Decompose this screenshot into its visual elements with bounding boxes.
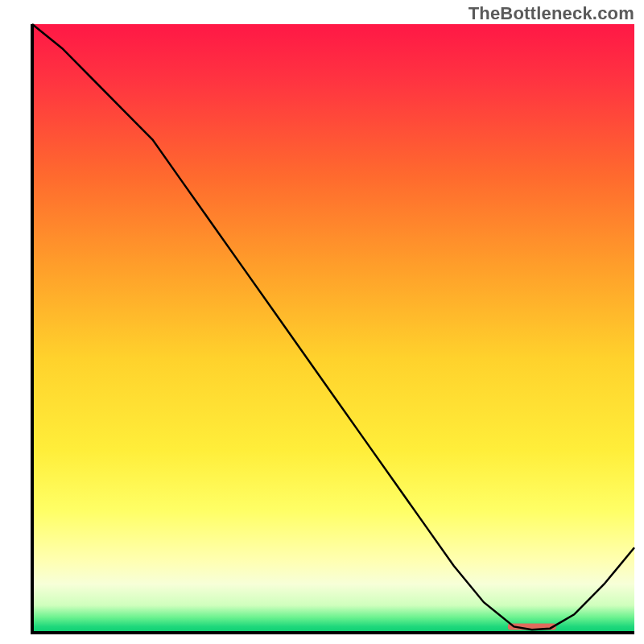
bottleneck-chart: [0, 0, 644, 644]
chart-frame: TheBottleneck.com: [0, 0, 644, 644]
gradient-background: [32, 24, 634, 633]
